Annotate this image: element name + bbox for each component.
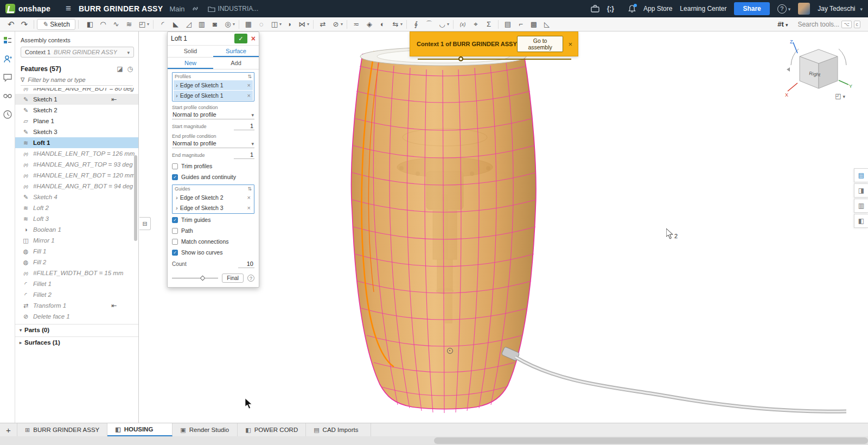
end-condition-select[interactable]: Normal to profile	[172, 139, 254, 148]
main-menu-icon[interactable]	[66, 3, 71, 14]
reorder-icon[interactable]	[247, 74, 252, 79]
checkbox-guides-and-continuity[interactable]: Guides and continuity	[172, 172, 254, 182]
rollback-history-icon[interactable]: ◷	[127, 65, 133, 73]
share-button[interactable]: Share	[734, 2, 769, 15]
help-menu[interactable]: ?	[777, 4, 791, 14]
context-position-slider[interactable]	[417, 56, 572, 62]
rib-icon[interactable]: ▥	[195, 18, 208, 31]
document-tab-render-studio[interactable]: ▣Render Studio	[173, 423, 238, 436]
slider-thumb[interactable]	[200, 276, 205, 281]
offset-surface-icon[interactable]: ≂	[350, 18, 363, 31]
bom-panel-icon[interactable]: ▥	[854, 199, 868, 213]
feature-item[interactable]: ◍Fill 2	[15, 257, 138, 268]
start-magnitude-input[interactable]: 1	[234, 123, 254, 130]
remove-icon[interactable]: ×	[247, 205, 251, 211]
feature-item[interactable]: ▱Plane 1	[15, 116, 138, 126]
feature-item[interactable]: ◑Boolean 1	[15, 224, 138, 235]
mate-connector-marker[interactable]	[447, 348, 453, 354]
user-avatar[interactable]	[798, 3, 810, 15]
rotate-left-triangle-icon[interactable]	[787, 67, 790, 72]
projected-curve-icon[interactable]: ⌒	[423, 18, 436, 31]
rotate-arrow-left-icon[interactable]	[791, 49, 799, 65]
extrude-icon[interactable]: ◧	[84, 18, 97, 31]
redo-button[interactable]	[18, 20, 31, 29]
properties-panel-icon[interactable]: ◧	[854, 214, 868, 228]
feature-item[interactable]: (x)#HANDLE_LEN_RT_TOP = 126 mm	[15, 148, 138, 159]
custom-tables-panel-icon[interactable]: ◨	[854, 183, 868, 198]
history-icon[interactable]	[3, 110, 12, 119]
configurations-panel-icon[interactable]: ▤	[854, 168, 868, 182]
hole-dropdown-icon[interactable]: ▾	[233, 22, 235, 27]
checkbox-match-connections[interactable]: Match connections	[172, 237, 254, 246]
document-tab-burr-grinder-assy[interactable]: ⊞BURR GRINDER ASSY	[17, 423, 107, 436]
document-tab-cad-imports[interactable]: ▤CAD Imports	[306, 423, 371, 436]
checkbox-trim-profiles[interactable]: Trim profiles	[172, 161, 254, 171]
move-face-dropdown-icon[interactable]: ▾	[400, 22, 403, 27]
parts-expand-icon[interactable]: ▾	[20, 328, 22, 333]
expand-chevron-icon[interactable]: ›	[176, 194, 178, 201]
transform-icon[interactable]: ⇄	[316, 18, 329, 31]
workspace-name[interactable]: Main	[169, 5, 184, 13]
feature-panel-flyout[interactable]: ⊟	[139, 217, 151, 230]
boundary-surface-icon[interactable]: ◈	[363, 18, 376, 31]
checkbox[interactable]	[172, 174, 178, 180]
end-magnitude-input[interactable]: 1	[234, 151, 254, 159]
link-icon[interactable]	[192, 5, 199, 12]
bridging-curve-dropdown-icon[interactable]: ▾	[447, 22, 449, 27]
sheet-metal-icon[interactable]: ▤	[501, 18, 514, 31]
sketch-button[interactable]: Sketch	[37, 19, 75, 30]
follow-mode-icon[interactable]	[3, 54, 12, 64]
suppress-arrow-icon[interactable]: ⇤	[111, 96, 117, 103]
help-icon[interactable]: ?	[777, 4, 787, 14]
tab-new[interactable]: New	[168, 58, 213, 69]
feature-item[interactable]: (x)#HANDLE_ANG_RT_BOT = 94 deg	[15, 181, 138, 192]
dialog-help-icon[interactable]: ?	[247, 275, 254, 282]
feature-filter[interactable]	[21, 76, 133, 86]
variable-icon[interactable]: (x)	[456, 18, 469, 31]
checkbox[interactable]	[172, 239, 178, 245]
revolve-icon[interactable]: ◠	[97, 18, 110, 31]
folder-breadcrumb[interactable]: INDUSTRIA...	[208, 5, 259, 12]
feature-item[interactable]: (x)#HANDLE_ANG_RR_BOT = 80 deg	[15, 88, 138, 94]
reorder-icon[interactable]	[247, 186, 252, 192]
mass-properties-icon[interactable]: Σ	[482, 18, 495, 31]
feature-item[interactable]: ≋Loft 2	[15, 202, 138, 213]
context-selector[interactable]: Context 1 BURR GRINDER ASSY	[21, 47, 134, 58]
feature-list-options-icon[interactable]: ◪	[117, 65, 123, 73]
remove-icon[interactable]: ×	[247, 92, 251, 99]
feature-item[interactable]: ✎Sketch 3	[15, 126, 138, 137]
selection-item[interactable]: ›Edge of Sketch 2×	[174, 193, 253, 202]
tab-add[interactable]: Add	[213, 58, 259, 69]
surfaces-section[interactable]: ▸ Surfaces (1)	[15, 336, 138, 348]
sweep-icon[interactable]: ∿	[110, 18, 123, 31]
notifications-bell-icon[interactable]	[628, 5, 636, 13]
remove-icon[interactable]: ×	[247, 194, 251, 201]
filter-input[interactable]	[28, 77, 120, 83]
tab-surface[interactable]: Surface	[213, 46, 259, 57]
accept-button[interactable]	[234, 34, 247, 43]
checkbox[interactable]	[172, 228, 178, 234]
view-options-icon[interactable]: ◰	[835, 92, 845, 100]
count-input[interactable]: 10	[238, 260, 254, 268]
variables-dropdown[interactable]: #t	[777, 20, 788, 28]
mirror-dropdown-icon[interactable]: ▾	[279, 22, 282, 27]
expand-chevron-icon[interactable]: ›	[176, 82, 178, 88]
fill-surface-icon[interactable]: ◐	[376, 18, 389, 31]
selection-item[interactable]: ›Edge of Sketch 3×	[174, 203, 253, 213]
power-cord[interactable]	[501, 347, 846, 412]
document-tab-power-cord[interactable]: ◧POWER CORD	[238, 423, 306, 436]
rollback-slider[interactable]	[172, 276, 218, 281]
linked-documents-icon[interactable]	[3, 91, 12, 101]
surfaces-expand-icon[interactable]: ▸	[20, 340, 22, 345]
checkbox[interactable]	[172, 217, 178, 223]
shell-icon[interactable]: ◙	[208, 18, 221, 31]
feature-item[interactable]: ⊘Delete face 1	[15, 311, 138, 322]
undo-button[interactable]	[4, 20, 18, 29]
helix-icon[interactable]: ∮	[410, 18, 423, 31]
rotate-arrow-right-icon[interactable]	[839, 49, 846, 65]
checkbox-trim-guides[interactable]: Trim guides	[172, 215, 254, 225]
feature-item[interactable]: (x)#FILLET_WIDTH_BOT = 15 mm	[15, 268, 138, 278]
featurescript-icon[interactable]: {;}	[607, 5, 614, 12]
app-store-link[interactable]: App Store	[643, 5, 672, 12]
gusset-icon[interactable]: ◺	[540, 18, 553, 31]
